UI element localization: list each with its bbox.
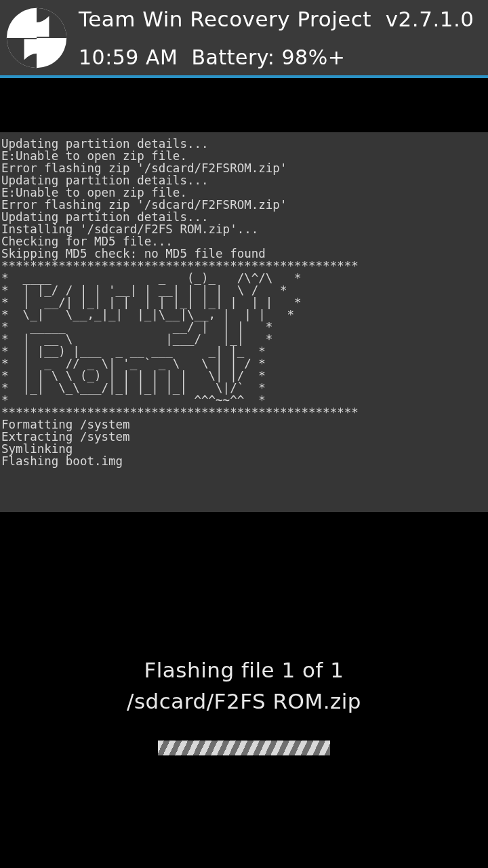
version-number: 2.7.1.0 — [399, 7, 474, 31]
app-title: Team Win Recovery Project v2.7.1.0 — [79, 7, 474, 31]
battery-value: 98%+ — [282, 45, 346, 69]
flash-status: Flashing file 1 of 1 /sdcard/F2FS ROM.zi… — [0, 651, 488, 755]
clock-time: 10:59 AM — [79, 45, 178, 69]
status-line-2: /sdcard/F2FS ROM.zip — [0, 689, 488, 713]
battery-label: Battery: — [191, 45, 274, 69]
progress-stripes — [158, 741, 330, 755]
header-text: Team Win Recovery Project v2.7.1.0 10:59… — [79, 7, 474, 69]
title-text: Team Win Recovery Project — [79, 7, 371, 31]
spacer — [0, 78, 488, 132]
header-bar: Team Win Recovery Project v2.7.1.0 10:59… — [0, 0, 488, 78]
progress-bar — [158, 741, 330, 755]
status-line: 10:59 AM Battery: 98%+ — [79, 45, 474, 69]
console-text: Updating partition details... E:Unable t… — [1, 138, 487, 467]
version-prefix: v — [386, 7, 399, 31]
console-output: Updating partition details... E:Unable t… — [0, 132, 488, 512]
status-line-1: Flashing file 1 of 1 — [0, 658, 488, 682]
twrp-logo-icon — [5, 7, 68, 69]
